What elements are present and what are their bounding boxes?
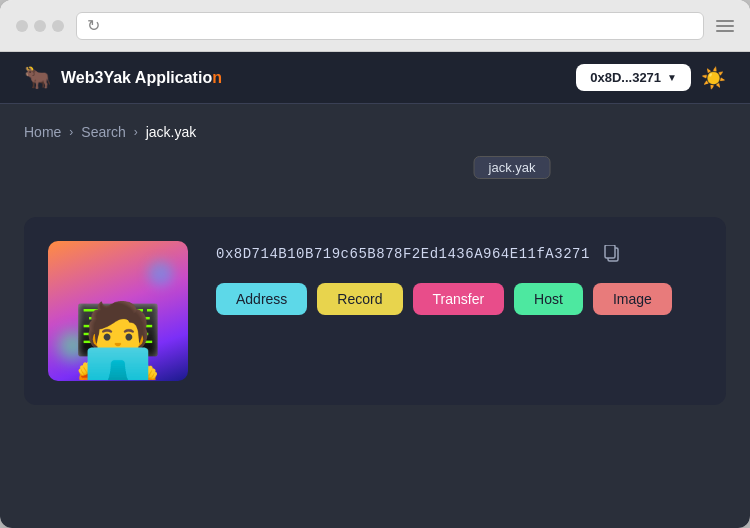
address-row: 0x8D714B10B719c65B878F2Ed1436A964E11fA32… xyxy=(216,241,702,267)
breadcrumb-sep-2: › xyxy=(134,125,138,139)
profile-avatar: 🧑‍💻 xyxy=(48,241,188,381)
dot-red xyxy=(16,20,28,32)
copy-address-button[interactable] xyxy=(600,241,624,267)
record-button[interactable]: Record xyxy=(317,283,402,315)
chevron-down-icon: ▼ xyxy=(667,72,677,83)
app-logo: 🐂 Web3Yak Application xyxy=(24,65,222,91)
refresh-icon: ↻ xyxy=(87,16,100,35)
avatar-character: 🧑‍💻 xyxy=(73,304,163,376)
wallet-address-text: 0x8D...3271 xyxy=(590,70,661,85)
logo-icon: 🐂 xyxy=(24,65,51,91)
host-button[interactable]: Host xyxy=(514,283,583,315)
browser-titlebar: ↻ xyxy=(0,0,750,52)
action-buttons: Address Record Transfer Host Image xyxy=(216,283,702,315)
dot-green xyxy=(52,20,64,32)
transfer-button[interactable]: Transfer xyxy=(413,283,505,315)
logo-accent: n xyxy=(212,69,222,86)
app-wallet: 0x8D...3271 ▼ ☀️ xyxy=(576,64,726,91)
app-logo-text: Web3Yak Application xyxy=(61,69,222,87)
svg-rect-1 xyxy=(605,245,615,258)
copy-icon xyxy=(604,245,620,263)
breadcrumb-sep-1: › xyxy=(69,125,73,139)
app-header: 🐂 Web3Yak Application 0x8D...3271 ▼ ☀️ xyxy=(0,52,750,104)
browser-window: ↻ 🐂 Web3Yak Application 0x8D...3271 ▼ xyxy=(0,0,750,528)
ens-tag: jack.yak xyxy=(474,156,551,179)
breadcrumb-current: jack.yak xyxy=(146,124,197,140)
browser-content: 🐂 Web3Yak Application 0x8D...3271 ▼ ☀️ H… xyxy=(0,52,750,528)
profile-info: 0x8D714B10B719c65B878F2Ed1436A964E11fA32… xyxy=(216,241,702,315)
browser-dots xyxy=(16,20,64,32)
wallet-button[interactable]: 0x8D...3271 ▼ xyxy=(576,64,691,91)
app-main: Home › Search › jack.yak jack.yak 🧑‍💻 xyxy=(0,104,750,528)
menu-line xyxy=(716,30,734,32)
breadcrumb-search[interactable]: Search xyxy=(81,124,125,140)
profile-card: 🧑‍💻 0x8D714B10B719c65B878F2Ed1436A964E11… xyxy=(24,217,726,405)
avatar-glow-2 xyxy=(148,261,173,286)
browser-addressbar[interactable]: ↻ xyxy=(76,12,704,40)
breadcrumb-home[interactable]: Home xyxy=(24,124,61,140)
menu-line xyxy=(716,20,734,22)
wallet-full-address: 0x8D714B10B719c65B878F2Ed1436A964E11fA32… xyxy=(216,246,590,262)
dot-yellow xyxy=(34,20,46,32)
image-button[interactable]: Image xyxy=(593,283,672,315)
menu-line xyxy=(716,25,734,27)
theme-toggle-button[interactable]: ☀️ xyxy=(701,66,726,90)
address-button[interactable]: Address xyxy=(216,283,307,315)
sun-icon: ☀️ xyxy=(701,67,726,89)
breadcrumb: Home › Search › jack.yak xyxy=(24,124,726,140)
browser-menu[interactable] xyxy=(716,20,734,32)
